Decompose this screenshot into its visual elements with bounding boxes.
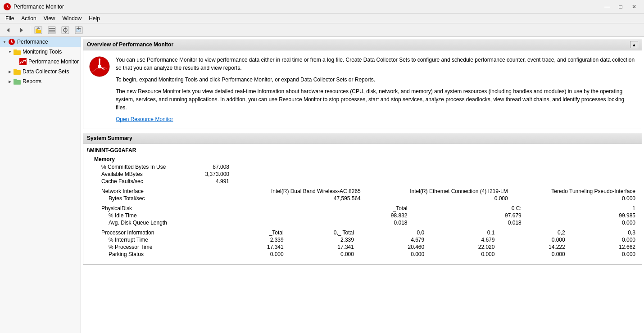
data-collector-label: Data Collector Sets: [23, 68, 69, 75]
expand-reports[interactable]: ▶: [7, 79, 13, 84]
proc-row-label-2: % Processor Time: [87, 243, 216, 251]
proc-col-2: 0,_ Total: [286, 229, 357, 236]
network-section-title: Network Interface: [87, 188, 228, 195]
menu-window[interactable]: Window: [59, 14, 86, 23]
proc-val-1-2: 2.339: [286, 236, 357, 243]
memory-value-1: 87.008: [191, 164, 236, 170]
expand-performance[interactable]: ▼: [2, 39, 7, 45]
proc-val-2-2: 17.341: [286, 243, 357, 251]
overview-icon: [89, 56, 110, 77]
proc-section-title: Processor Information: [87, 229, 216, 236]
disk-table: PhysicalDisk _Total 0 C: 1 % Idle Time 9…: [87, 205, 638, 226]
proc-val-2-6: 12.662: [568, 243, 638, 251]
back-button[interactable]: [2, 25, 14, 36]
proc-val-2-4: 22.020: [427, 243, 497, 251]
svg-marker-2: [7, 28, 9, 32]
content-area: Overview of Performance Monitor ▲: [81, 37, 644, 333]
memory-row-1: % Committed Bytes In Use 87.008: [87, 163, 638, 171]
svg-rect-27: [14, 69, 17, 71]
sidebar: ▼ Performance ▼ Monitoring Tools: [0, 37, 81, 333]
sidebar-item-performance[interactable]: ▼ Performance: [0, 37, 81, 47]
reports-icon: [14, 78, 21, 85]
network-col-2: Intel(R) Ethernet Connection (4) I219-LM: [363, 188, 511, 195]
proc-val-2-3: 20.460: [357, 243, 427, 251]
new-button[interactable]: [73, 25, 85, 36]
proc-col-5: 0,2: [497, 229, 567, 236]
proc-col-3: 0,0: [357, 229, 427, 236]
network-val-1-1: 47,595.564: [228, 195, 363, 202]
data-collector-icon: [14, 68, 21, 75]
system-summary-section: System Summary \\MININT-GG0AFAR Memory %…: [83, 133, 642, 265]
proc-val-1-3: 4.679: [357, 236, 427, 243]
title-bar: Performance Monitor — □ ✕: [0, 0, 644, 14]
memory-label-2: Available MBytes: [101, 171, 191, 177]
sidebar-item-performance-monitor[interactable]: ▶ Performance Monitor: [0, 57, 81, 67]
menu-file[interactable]: File: [2, 14, 18, 23]
svg-rect-5: [36, 30, 41, 33]
toolbar-separator-1: [30, 26, 30, 35]
forward-button[interactable]: [15, 25, 28, 36]
show-hide-button[interactable]: [45, 25, 58, 36]
proc-col-4: 0,1: [427, 229, 497, 236]
network-table: Network Interface Intel(R) Dual Band Wir…: [87, 188, 638, 202]
memory-label-1: % Committed Bytes In Use: [101, 164, 191, 170]
memory-value-3: 4.991: [191, 178, 236, 184]
memory-row-2: Available MBytes 3,373.000: [87, 171, 638, 178]
sidebar-item-monitoring-tools[interactable]: ▼ Monitoring Tools: [0, 47, 81, 57]
svg-rect-6: [36, 29, 38, 30]
expand-data-collector[interactable]: ▶: [7, 69, 13, 74]
system-summary-content: \\MININT-GG0AFAR Memory % Committed Byte…: [83, 143, 642, 265]
disk-val-2-2: 0.018: [410, 219, 524, 226]
proc-val-1-1: 2.339: [216, 236, 286, 243]
network-row-label-1: Bytes Total/sec: [87, 195, 228, 202]
up-button[interactable]: [32, 25, 45, 36]
proc-row-label-3: Parking Status: [87, 251, 216, 258]
disk-val-1-1: 98.832: [296, 212, 410, 219]
svg-rect-24: [14, 50, 17, 51]
monitoring-tools-label: Monitoring Tools: [23, 49, 62, 55]
overview-scroll-up[interactable]: ▲: [630, 41, 638, 48]
properties-button[interactable]: ?: [59, 25, 72, 36]
reports-label: Reports: [23, 78, 41, 85]
proc-val-1-6: 0.000: [568, 236, 638, 243]
disk-col-2: 0 C:: [410, 205, 524, 212]
sidebar-item-reports[interactable]: ▶ Reports: [0, 76, 81, 86]
network-col-3: Teredo Tunneling Pseudo-Interface: [511, 188, 638, 195]
performance-icon: [8, 38, 15, 45]
memory-value-2: 3,373.000: [191, 171, 236, 177]
system-summary-header: System Summary: [83, 133, 642, 143]
proc-col-1: _Total: [216, 229, 286, 236]
disk-val-1-2: 97.679: [410, 212, 524, 219]
overview-para2: To begin, expand Monitoring Tools and cl…: [116, 76, 636, 84]
toolbar: ?: [0, 23, 644, 37]
overview-para3: The new Resource Monitor lets you view d…: [116, 87, 636, 112]
menu-help[interactable]: Help: [85, 14, 104, 23]
memory-row-3: Cache Faults/sec 4.991: [87, 178, 638, 185]
svg-point-1: [7, 6, 8, 7]
memory-label-3: Cache Faults/sec: [101, 178, 191, 184]
performance-monitor-icon: [19, 58, 27, 65]
proc-val-1-4: 4.679: [427, 236, 497, 243]
proc-val-3-6: 0.000: [568, 251, 638, 258]
proc-val-3-2: 0.000: [286, 251, 357, 258]
sidebar-item-data-collector[interactable]: ▶ Data Collector Sets: [0, 67, 81, 76]
minimize-button[interactable]: —: [601, 2, 613, 12]
close-button[interactable]: ✕: [628, 2, 640, 12]
overview-header: Overview of Performance Monitor ▲: [83, 39, 642, 50]
monitoring-tools-icon: [14, 48, 21, 55]
proc-row-label-1: % Interrupt Time: [87, 236, 216, 243]
proc-val-3-3: 0.000: [357, 251, 427, 258]
disk-row-label-2: Avg. Disk Queue Length: [87, 219, 296, 226]
overview-para1: You can use Performance Monitor to view …: [116, 56, 636, 72]
expand-monitoring-tools[interactable]: ▼: [7, 49, 13, 54]
menu-view[interactable]: View: [40, 14, 59, 23]
disk-col-3: 1: [524, 205, 638, 212]
system-summary-title: System Summary: [87, 135, 132, 141]
svg-point-22: [11, 41, 13, 43]
computer-name: \\MININT-GG0AFAR: [87, 147, 638, 153]
menu-bar: File Action View Window Help: [0, 14, 644, 23]
summary-body: \\MININT-GG0AFAR Memory % Committed Byte…: [83, 144, 642, 264]
menu-action[interactable]: Action: [18, 14, 40, 23]
maximize-button[interactable]: □: [614, 2, 627, 12]
open-resource-monitor-link[interactable]: Open Resource Monitor: [116, 116, 173, 122]
